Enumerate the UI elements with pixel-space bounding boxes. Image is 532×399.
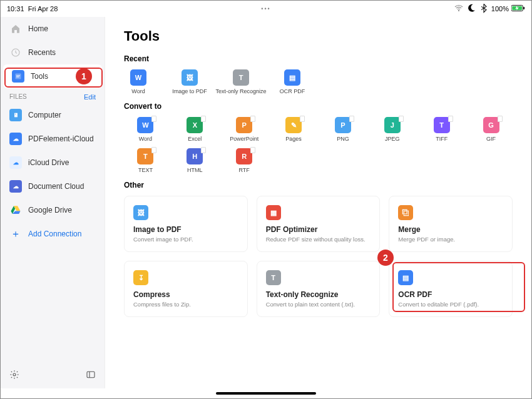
svg-rect-5	[16, 74, 21, 79]
computer-icon: 🖥	[9, 109, 22, 121]
sidebar-label: Google Drive	[28, 206, 72, 215]
text-icon: T	[233, 69, 249, 86]
convert-tool-jpeg[interactable]: JJPEG	[371, 117, 414, 142]
section-recent: Recent	[124, 54, 513, 63]
wifi-icon	[454, 3, 464, 14]
svg-point-0	[458, 10, 459, 11]
status-date: Fri Apr 28	[28, 5, 58, 13]
sidebar-item-add-connection[interactable]: ＋ Add Connection	[1, 222, 105, 246]
card-compress[interactable]: ↧CompressCompress files to Zip.	[124, 261, 248, 317]
card-pdf-optimizer[interactable]: ▦PDF OptimizerReduce PDF size without qu…	[257, 196, 381, 252]
convert-tool-rtf[interactable]: RRTF	[223, 148, 266, 173]
sidebar-item-computer[interactable]: 🖥 Computer	[1, 103, 105, 127]
gif-icon: G	[483, 117, 499, 133]
tools-icon	[12, 70, 24, 83]
sidebar: Home Recents Tools FILES Edit 🖥 Computer…	[1, 17, 105, 388]
sidebar-label: Home	[28, 24, 48, 33]
svg-point-8	[13, 373, 16, 376]
card-icon: ↧	[133, 270, 148, 285]
excel-icon: X	[187, 117, 203, 133]
sidebar-item-google-drive[interactable]: Google Drive	[1, 198, 105, 222]
grabber-dots: •••	[261, 6, 270, 12]
card-icon: ⿻	[398, 205, 413, 220]
moon-icon	[466, 3, 476, 14]
google-drive-icon	[9, 204, 22, 216]
status-time: 10:31	[7, 5, 24, 13]
clock-icon	[9, 46, 22, 59]
sidebar-item-home[interactable]: Home	[1, 17, 105, 41]
main-content: Tools Recent WWord 🖼Image to PDF TText-o…	[105, 17, 531, 388]
section-other: Other	[124, 181, 513, 189]
svg-rect-6	[16, 76, 20, 76]
pdfelement-icon: ☁	[9, 133, 22, 145]
convert-tool-png[interactable]: PPNG	[322, 117, 365, 142]
sidebar-label: Tools	[31, 72, 48, 81]
convert-tool-tiff[interactable]: TTIFF	[420, 117, 463, 142]
convert-tool-text[interactable]: TTEXT	[124, 148, 167, 173]
svg-rect-3	[523, 7, 524, 9]
edit-link[interactable]: Edit	[84, 93, 96, 101]
settings-button[interactable]	[9, 370, 19, 382]
convert-tool-word[interactable]: WWord	[124, 117, 167, 142]
recent-tool-image-to-pdf[interactable]: 🖼Image to PDF	[175, 69, 204, 94]
icloud-icon: ☁	[9, 156, 22, 169]
battery-percent: 100%	[491, 5, 509, 13]
home-indicator	[216, 392, 316, 395]
tiff-icon: T	[434, 117, 450, 133]
card-icon: ▦	[266, 205, 281, 220]
home-icon	[9, 23, 22, 35]
recent-tool-word[interactable]: WWord	[124, 69, 153, 94]
pages-icon: ✎	[285, 117, 302, 133]
recent-tool-text-recognize[interactable]: TText-only Recognize	[227, 69, 255, 94]
sidebar-label: Document Cloud	[28, 182, 84, 191]
powerpoint-icon: P	[236, 117, 252, 133]
plus-icon: ＋	[9, 228, 22, 240]
card-merge[interactable]: ⿻MergeMerge PDF or image.	[389, 196, 513, 252]
convert-tool-gif[interactable]: GGIF	[469, 117, 513, 142]
sidebar-item-tools[interactable]: Tools	[3, 64, 102, 88]
ocr-icon: ▤	[284, 69, 300, 86]
card-icon: 🖼	[133, 205, 148, 220]
sidebar-label: PDFelement-iCloud	[28, 134, 94, 143]
section-files-title: FILES	[9, 93, 27, 101]
sidebar-item-recents[interactable]: Recents	[1, 41, 105, 64]
sidebar-item-pdfelement-icloud[interactable]: ☁ PDFelement-iCloud	[1, 127, 105, 151]
image-icon: 🖼	[182, 69, 198, 86]
svg-rect-7	[16, 77, 19, 78]
bluetooth-icon	[479, 3, 489, 14]
section-convert: Convert to	[124, 102, 513, 111]
card-text-only-recognize[interactable]: TText-only RecognizeConvert to plain tex…	[257, 261, 381, 317]
convert-tool-excel[interactable]: XExcel	[173, 117, 217, 142]
png-icon: P	[335, 117, 351, 133]
card-image-to-pdf[interactable]: 🖼Image to PDFConvert image to PDF.	[124, 196, 248, 252]
convert-grid: WWordXExcelPPowerPoint✎PagesPPNGJJPEGTTI…	[124, 117, 513, 173]
sidebar-label: Computer	[28, 111, 61, 119]
card-ocr-pdf[interactable]: ▤OCR PDFConvert to editable PDF (.pdf).	[389, 261, 513, 317]
rtf-icon: R	[236, 148, 252, 164]
jpeg-icon: J	[384, 117, 401, 133]
sidebar-item-document-cloud[interactable]: ☁ Document Cloud	[1, 174, 105, 198]
other-cards: 🖼Image to PDFConvert image to PDF.▦PDF O…	[124, 196, 513, 317]
status-bar: 10:31 Fri Apr 28 ••• 100%	[1, 1, 531, 17]
sidebar-label: Recents	[28, 48, 56, 57]
battery-icon	[511, 4, 525, 13]
html-icon: H	[187, 148, 203, 164]
sidebar-label: iCloud Drive	[28, 158, 69, 167]
page-title: Tools	[124, 28, 513, 44]
panel-toggle-button[interactable]	[86, 370, 96, 382]
text-icon: T	[137, 148, 153, 164]
sidebar-label: Add Connection	[28, 230, 81, 238]
convert-tool-powerpoint[interactable]: PPowerPoint	[223, 117, 266, 142]
convert-tool-html[interactable]: HHTML	[173, 148, 217, 173]
convert-tool-pages[interactable]: ✎Pages	[272, 117, 315, 142]
word-icon: W	[137, 117, 153, 133]
recent-tool-ocr-pdf[interactable]: ▤OCR PDF	[278, 69, 307, 94]
card-icon: T	[266, 270, 281, 285]
word-icon: W	[130, 69, 146, 86]
document-cloud-icon: ☁	[9, 180, 22, 193]
svg-rect-9	[87, 371, 95, 377]
sidebar-item-icloud-drive[interactable]: ☁ iCloud Drive	[1, 151, 105, 174]
card-icon: ▤	[398, 270, 413, 285]
